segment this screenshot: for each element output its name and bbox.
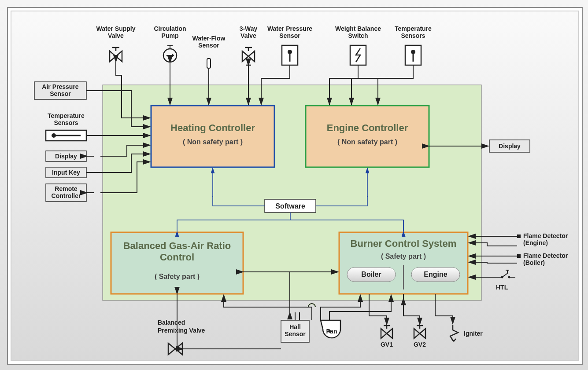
htl-icon (498, 270, 515, 278)
svg-rect-5 (207, 59, 211, 68)
water-flow-sensor-icon (207, 59, 211, 73)
software-text: Software (275, 202, 305, 210)
label-temp-sensors-left: TemperatureSensors (48, 112, 85, 126)
heating-controller-box (151, 106, 274, 167)
gv1-text: GV1 (381, 341, 393, 348)
label-water-pressure-sensor: Water PressureSensor (267, 25, 312, 39)
fan-text: Fan (326, 328, 337, 335)
flame-detector-engine-icon (517, 234, 521, 238)
engine-pill-text: Engine (424, 271, 447, 278)
gv2-text: GV2 (414, 341, 426, 348)
engine-controller-subtitle: ( Non safety part ) (337, 138, 397, 146)
label-temp-sensors-top: TemperatureSensors (395, 25, 432, 39)
water-supply-valve-icon (110, 48, 122, 62)
gv1-icon (381, 326, 392, 338)
flame-detector-boiler-icon (517, 254, 521, 258)
heating-controller-title: Heating Controller (170, 122, 255, 133)
igniter-icon (450, 325, 458, 341)
htl-text: HTL (496, 284, 508, 291)
svg-point-21 (508, 276, 510, 278)
burner-title: Burner Control System (351, 238, 457, 249)
igniter-text: Igniter (464, 330, 483, 337)
balanced-premix-label: BalancedPremixing Valve (158, 319, 205, 334)
remote-controller-text: RemoteController (52, 185, 81, 199)
label-water-supply-valve: Water SupplyValve (96, 25, 136, 39)
conn-hall-arrows (295, 312, 300, 320)
flame-detector-boiler-text: Flame Detector(Boiler) (523, 252, 568, 266)
flame-detector-engine-text: Flame Detector(Engine) (523, 232, 568, 246)
diagram-frame: Water SupplyValve CirculationPump Water-… (7, 7, 583, 365)
display-left-text: Display (55, 153, 77, 160)
engine-controller-title: Engine Controller (327, 122, 408, 133)
burner-subtitle: ( Safety part ) (381, 253, 426, 260)
label-weight-balance-switch: Weight BalanceSwitch (335, 25, 381, 39)
display-right-text: Display (499, 143, 521, 150)
gas-air-subtitle: ( Safety part ) (155, 273, 200, 280)
svg-point-20 (501, 276, 503, 278)
gv2-icon (414, 326, 425, 338)
input-key-text: Input Key (52, 169, 80, 176)
heating-controller-subtitle: ( Non safety part ) (183, 138, 243, 146)
circulation-pump-icon (163, 46, 177, 62)
label-3way-valve: 3-WayValve (240, 25, 258, 39)
engine-controller-box (306, 106, 429, 167)
label-water-flow-sensor: Water-FlowSensor (192, 35, 226, 49)
label-circulation-pump: CirculationPump (154, 25, 186, 39)
three-way-valve-icon (242, 48, 255, 65)
boiler-pill-text: Boiler (361, 271, 381, 278)
